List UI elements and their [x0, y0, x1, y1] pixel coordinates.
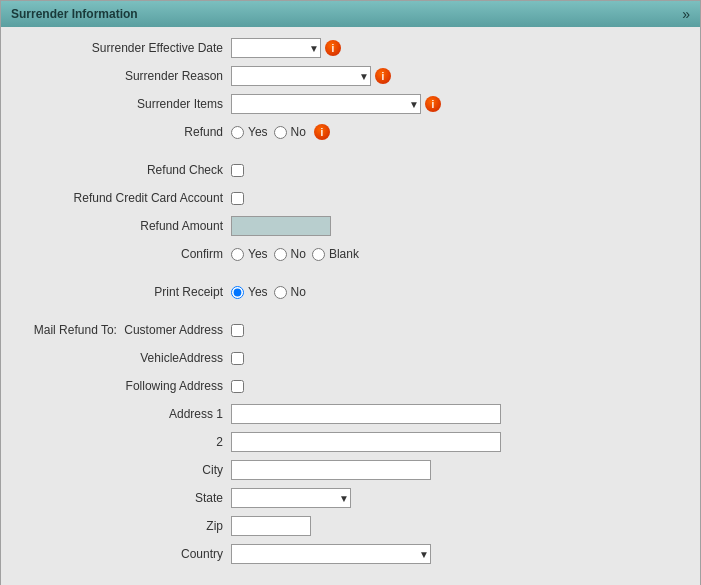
- confirm-control: Yes No Blank: [231, 247, 359, 261]
- print-receipt-no-radio[interactable]: [274, 286, 287, 299]
- surrender-items-row: Surrender Items ▼ i: [1, 93, 700, 115]
- print-receipt-yes-label: Yes: [248, 285, 268, 299]
- refund-yes-option[interactable]: Yes: [231, 125, 268, 139]
- vehicle-address-control: [231, 352, 244, 365]
- zip-label: Zip: [1, 519, 231, 533]
- refund-amount-row: Refund Amount: [1, 215, 700, 237]
- surrender-reason-label: Surrender Reason: [1, 69, 231, 83]
- address1-input[interactable]: [231, 404, 501, 424]
- city-label: City: [1, 463, 231, 477]
- refund-info-icon[interactable]: i: [314, 124, 330, 140]
- surrender-items-label: Surrender Items: [1, 97, 231, 111]
- panel-body: Surrender Effective Date ▼ i Surrender R…: [1, 27, 700, 585]
- refund-control: Yes No i: [231, 124, 330, 140]
- surrender-items-select-wrapper: ▼: [231, 94, 421, 114]
- following-address-label: Following Address: [1, 379, 231, 393]
- confirm-yes-radio[interactable]: [231, 248, 244, 261]
- surrender-items-control: ▼ i: [231, 94, 441, 114]
- confirm-blank-option[interactable]: Blank: [312, 247, 359, 261]
- country-select[interactable]: [231, 544, 431, 564]
- vehicle-address-row: VehicleAddress: [1, 347, 700, 369]
- surrender-reason-control: ▼ i: [231, 66, 391, 86]
- address2-row: 2: [1, 431, 700, 453]
- print-receipt-control: Yes No: [231, 285, 306, 299]
- print-receipt-no-label: No: [291, 285, 306, 299]
- city-input[interactable]: [231, 460, 431, 480]
- surrender-information-panel: Surrender Information » Surrender Effect…: [0, 0, 701, 585]
- print-receipt-row: Print Receipt Yes No: [1, 281, 700, 303]
- confirm-yes-label: Yes: [248, 247, 268, 261]
- refund-no-label: No: [291, 125, 306, 139]
- surrender-effective-date-select[interactable]: [231, 38, 321, 58]
- refund-yes-label: Yes: [248, 125, 268, 139]
- refund-no-radio[interactable]: [274, 126, 287, 139]
- refund-credit-card-control: [231, 192, 244, 205]
- surrender-items-info-icon[interactable]: i: [425, 96, 441, 112]
- zip-control: [231, 516, 311, 536]
- surrender-effective-date-select-wrapper: ▼: [231, 38, 321, 58]
- spacer-1: [1, 149, 700, 159]
- mail-refund-label: Mail Refund To: Customer Address: [1, 323, 231, 337]
- refund-amount-label: Refund Amount: [1, 219, 231, 233]
- state-control: ▼: [231, 488, 351, 508]
- city-row: City: [1, 459, 700, 481]
- refund-check-label: Refund Check: [1, 163, 231, 177]
- print-receipt-yes-radio[interactable]: [231, 286, 244, 299]
- print-receipt-radio-group: Yes No: [231, 285, 306, 299]
- state-label: State: [1, 491, 231, 505]
- customer-address-text: Customer Address: [124, 323, 223, 337]
- address2-label: 2: [1, 435, 231, 449]
- collapse-icon[interactable]: »: [682, 6, 690, 22]
- refund-yes-radio[interactable]: [231, 126, 244, 139]
- refund-check-checkbox[interactable]: [231, 164, 244, 177]
- refund-radio-group: Yes No: [231, 125, 306, 139]
- customer-address-checkbox[interactable]: [231, 324, 244, 337]
- city-control: [231, 460, 431, 480]
- print-receipt-yes-option[interactable]: Yes: [231, 285, 268, 299]
- country-control: ▼: [231, 544, 431, 564]
- following-address-checkbox[interactable]: [231, 380, 244, 393]
- surrender-effective-date-info-icon[interactable]: i: [325, 40, 341, 56]
- refund-credit-card-row: Refund Credit Card Account: [1, 187, 700, 209]
- print-receipt-label: Print Receipt: [1, 285, 231, 299]
- panel-header: Surrender Information »: [1, 1, 700, 27]
- refund-credit-card-checkbox[interactable]: [231, 192, 244, 205]
- country-select-wrapper: ▼: [231, 544, 431, 564]
- state-select[interactable]: [231, 488, 351, 508]
- vehicle-address-checkbox[interactable]: [231, 352, 244, 365]
- print-receipt-no-option[interactable]: No: [274, 285, 306, 299]
- surrender-reason-select[interactable]: [231, 66, 371, 86]
- zip-input[interactable]: [231, 516, 311, 536]
- confirm-no-label: No: [291, 247, 306, 261]
- confirm-no-option[interactable]: No: [274, 247, 306, 261]
- address1-row: Address 1: [1, 403, 700, 425]
- following-address-control: [231, 380, 244, 393]
- confirm-radio-group: Yes No Blank: [231, 247, 359, 261]
- customer-address-control: [231, 324, 244, 337]
- spacer-2: [1, 271, 700, 281]
- surrender-reason-info-icon[interactable]: i: [375, 68, 391, 84]
- state-row: State ▼: [1, 487, 700, 509]
- state-select-wrapper: ▼: [231, 488, 351, 508]
- address1-control: [231, 404, 501, 424]
- surrender-effective-date-label: Surrender Effective Date: [1, 41, 231, 55]
- zip-row: Zip: [1, 515, 700, 537]
- refund-amount-input[interactable]: [231, 216, 331, 236]
- refund-credit-card-label: Refund Credit Card Account: [1, 191, 231, 205]
- confirm-blank-label: Blank: [329, 247, 359, 261]
- confirm-label: Confirm: [1, 247, 231, 261]
- mail-refund-customer-row: Mail Refund To: Customer Address: [1, 319, 700, 341]
- address2-input[interactable]: [231, 432, 501, 452]
- confirm-yes-option[interactable]: Yes: [231, 247, 268, 261]
- address1-label: Address 1: [1, 407, 231, 421]
- confirm-blank-radio[interactable]: [312, 248, 325, 261]
- address2-control: [231, 432, 501, 452]
- surrender-items-select[interactable]: [231, 94, 421, 114]
- surrender-reason-row: Surrender Reason ▼ i: [1, 65, 700, 87]
- confirm-no-radio[interactable]: [274, 248, 287, 261]
- refund-check-control: [231, 164, 244, 177]
- refund-no-option[interactable]: No: [274, 125, 306, 139]
- panel-title: Surrender Information: [11, 7, 138, 21]
- following-address-row: Following Address: [1, 375, 700, 397]
- refund-amount-control: [231, 216, 331, 236]
